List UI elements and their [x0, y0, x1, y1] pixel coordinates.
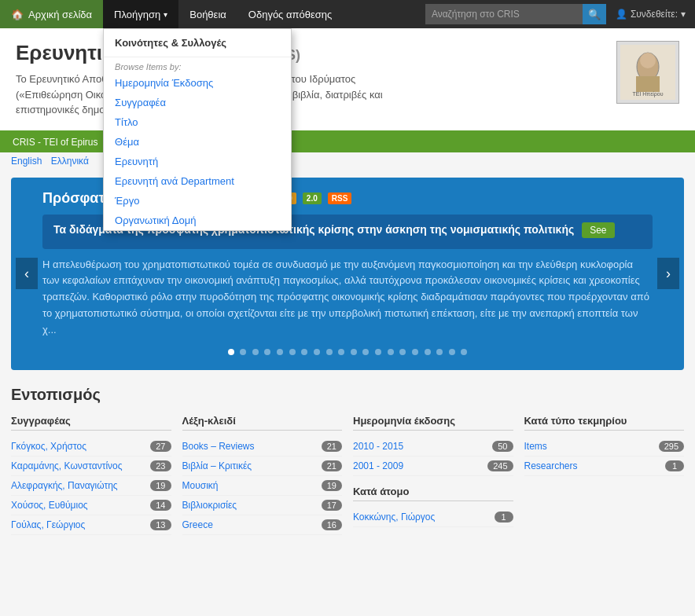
search-area: 🔍 — [425, 0, 606, 28]
carousel-dot-3[interactable] — [252, 349, 259, 355]
author-count-4: 14 — [150, 500, 171, 511]
svg-point-2 — [640, 53, 656, 68]
keyword-link-4[interactable]: Βιβλιοκρισίες — [182, 500, 322, 511]
keyword-link-3[interactable]: Μουσική — [182, 480, 322, 491]
carousel-dot-1[interactable] — [228, 349, 234, 355]
dropdown-menu: Κοινότητες & Συλλογές Browse Items by: Η… — [103, 28, 292, 231]
date-count-2: 245 — [487, 460, 513, 471]
carousel-dot-19[interactable] — [449, 349, 455, 355]
keyword-count-3: 19 — [322, 480, 342, 491]
nav-help[interactable]: Βοήθεια — [178, 0, 237, 28]
lang-greek[interactable]: Ελληνικά — [51, 156, 89, 167]
date-count-1: 50 — [492, 441, 513, 452]
carousel-dot-2[interactable] — [240, 349, 246, 355]
carousel-dot-18[interactable] — [436, 349, 443, 355]
carousel-dot-5[interactable] — [277, 349, 283, 355]
search-button[interactable]: 🔍 — [583, 4, 606, 24]
list-item: Books – Reviews 21 — [182, 437, 343, 456]
keyword-link-1[interactable]: Books – Reviews — [182, 441, 322, 452]
lang-english[interactable]: English — [11, 156, 42, 167]
author-count-1: 27 — [150, 441, 171, 452]
disc-col-keywords-title: Λέξη-κλειδί — [182, 415, 343, 431]
keyword-count-4: 17 — [322, 500, 342, 511]
carousel-dot-16[interactable] — [412, 349, 418, 355]
disc-col-authors-title: Συγγραφέας — [11, 415, 171, 431]
carousel-dot-17[interactable] — [425, 349, 431, 355]
dropdown-item-subject[interactable]: Θέμα — [104, 132, 291, 152]
carousel-dot-11[interactable] — [351, 349, 357, 355]
author-count-2: 23 — [150, 460, 171, 471]
type-link-researchers[interactable]: Researchers — [524, 460, 666, 471]
type-link-items[interactable]: Items — [524, 441, 659, 452]
user-label: Συνδεθείτε: — [631, 9, 678, 20]
svg-rect-3 — [636, 76, 660, 92]
nav-help-label: Βοήθεια — [189, 9, 226, 20]
list-item: Κοκκώνης, Γιώργος 1 — [353, 508, 513, 527]
list-item: Researchers 1 — [524, 456, 685, 476]
dropdown-item-researcher[interactable]: Ερευνητή — [104, 152, 291, 171]
svg-text:ΤΕΙ Ηπείρου: ΤΕΙ Ηπείρου — [632, 91, 663, 97]
list-item: Βιβλία – Κριτικές 21 — [182, 456, 343, 476]
carousel-dot-4[interactable] — [264, 349, 270, 355]
keyword-link-5[interactable]: Greece — [182, 519, 322, 530]
carousel-dot-13[interactable] — [375, 349, 381, 355]
carousel-dot-8[interactable] — [314, 349, 320, 355]
author-link-4[interactable]: Χούσος, Ευθύμιος — [11, 500, 150, 511]
date-link-2[interactable]: 2001 - 2009 — [353, 460, 487, 471]
nav-guide[interactable]: Οδηγός απόθεσης — [237, 0, 343, 28]
dropdown-item-author[interactable]: Συγγραφέα — [104, 93, 291, 112]
author-link-1[interactable]: Γκόγκος, Χρήστος — [11, 441, 150, 452]
list-item: Greece 16 — [182, 515, 343, 535]
author-link-2[interactable]: Καραμάνης, Κωνσταντίνος — [11, 460, 150, 471]
carousel-badge-4: 2.0 — [303, 192, 322, 204]
chevron-down-icon: ▾ — [164, 10, 167, 19]
dropdown-item-org[interactable]: Οργανωτική Δομή — [104, 211, 291, 230]
list-item: Γούλας, Γεώργιος 13 — [11, 515, 171, 535]
keyword-link-2[interactable]: Βιβλία – Κριτικές — [182, 460, 322, 471]
list-item: Βιβλιοκρισίες 17 — [182, 496, 343, 515]
dropdown-item-researcher-dept[interactable]: Ερευνητή ανά Department — [104, 171, 291, 191]
home-button[interactable]: 🏠 Αρχική σελίδα — [0, 0, 103, 28]
dropdown-browse-label: Browse Items by: — [104, 57, 291, 73]
person-count-1: 1 — [495, 512, 513, 522]
carousel-dot-10[interactable] — [338, 349, 344, 355]
carousel-body: Η απελευθέρωση του χρηματοπιστωτικού τομ… — [42, 257, 653, 339]
nav-pliigisi[interactable]: Πλοήγηση ▾ Κοινότητες & Συλλογές Browse … — [103, 0, 178, 28]
user-icon: 👤 — [616, 9, 627, 20]
carousel-dot-6[interactable] — [289, 349, 296, 355]
discovery-title: Εντοπισμός — [11, 386, 684, 404]
carousel-dot-7[interactable] — [301, 349, 307, 355]
date-link-1[interactable]: 2010 - 2015 — [353, 441, 492, 452]
disc-col-authors: Συγγραφέας Γκόγκος, Χρήστος 27 Καραμάνης… — [11, 415, 171, 535]
search-input[interactable] — [425, 4, 583, 24]
carousel-dots — [42, 346, 653, 358]
carousel-see-button[interactable]: See — [582, 222, 614, 238]
navbar: 🏠 Αρχική σελίδα Πλοήγηση ▾ Κοινότητες & … — [0, 0, 695, 28]
disc-col-keywords: Λέξη-κλειδί Books – Reviews 21 Βιβλία – … — [182, 415, 343, 535]
carousel-dot-14[interactable] — [388, 349, 394, 355]
home-icon: 🏠 — [11, 9, 24, 20]
disc-col-types-title: Κατά τύπο τεκμηρίου — [524, 415, 685, 431]
dropdown-item-date[interactable]: Ημερομηνία Έκδοσης — [104, 73, 291, 93]
discovery-grid: Συγγραφέας Γκόγκος, Χρήστος 27 Καραμάνης… — [11, 415, 684, 535]
carousel-dot-20[interactable] — [461, 349, 467, 355]
carousel-rss: RSS — [328, 192, 352, 204]
carousel-dot-9[interactable] — [326, 349, 333, 355]
dropdown-item-title[interactable]: Τίτλο — [104, 112, 291, 132]
carousel-dot-15[interactable] — [399, 349, 406, 355]
dropdown-item-project[interactable]: Έργο — [104, 191, 291, 211]
user-menu[interactable]: 👤 Συνδεθείτε: ▾ — [606, 0, 695, 28]
carousel-dot-12[interactable] — [362, 349, 369, 355]
author-count-3: 19 — [150, 480, 171, 491]
author-link-3[interactable]: Αλεφραγκής, Παναγιώτης — [11, 480, 150, 491]
author-link-5[interactable]: Γούλας, Γεώργιος — [11, 519, 150, 530]
carousel-next-button[interactable]: › — [657, 258, 679, 289]
person-link-1[interactable]: Κοκκώνης, Γιώργος — [353, 512, 495, 522]
disc-col-types: Κατά τύπο τεκμηρίου Items 295 Researcher… — [524, 415, 685, 535]
list-item: Καραμάνης, Κωνσταντίνος 23 — [11, 456, 171, 476]
discovery-section: Εντοπισμός Συγγραφέας Γκόγκος, Χρήστος 2… — [0, 378, 695, 551]
carousel-prev-button[interactable]: ‹ — [16, 258, 38, 289]
disc-col-dates: Ημερομηνία έκδοσης 2010 - 2015 50 2001 -… — [353, 415, 513, 535]
dropdown-communities[interactable]: Κοινότητες & Συλλογές — [104, 29, 291, 57]
nav-pliigisi-label: Πλοήγηση — [114, 9, 160, 20]
